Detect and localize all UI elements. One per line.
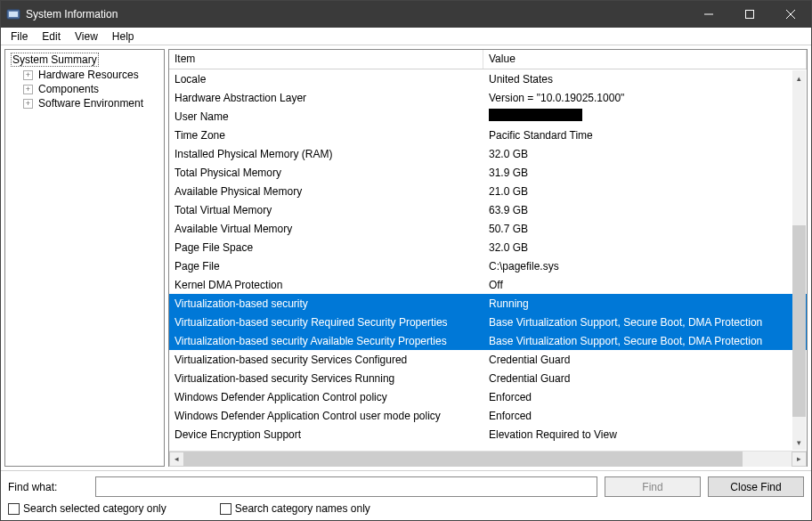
cell-value: 32.0 GB [483, 240, 807, 256]
tree-label: System Summary [11, 53, 99, 67]
table-row[interactable]: Virtualization-based security Services C… [169, 350, 807, 369]
table-row[interactable]: Total Virtual Memory63.9 GB [169, 200, 807, 219]
cell-item: Total Physical Memory [169, 165, 483, 181]
find-label: Find what: [8, 481, 88, 493]
window: System Information File Edit View Help S… [0, 0, 812, 521]
cell-value: Pacific Standard Time [483, 127, 807, 143]
redacted-value [489, 109, 582, 121]
cell-item: Virtualization-based security Services R… [169, 370, 483, 387]
table-row[interactable]: Installed Physical Memory (RAM)32.0 GB [169, 144, 807, 163]
cell-value: United States [483, 71, 807, 87]
cell-value: Credential Guard [483, 352, 807, 368]
cell-value: Enforced [483, 389, 807, 405]
menu-edit[interactable]: Edit [36, 29, 67, 44]
check-category-names[interactable]: Search category names only [220, 502, 370, 515]
menu-help[interactable]: Help [106, 29, 141, 44]
checkbox-icon[interactable] [220, 503, 231, 515]
tree-item-components[interactable]: + Components [5, 82, 164, 96]
window-title: System Information [26, 8, 118, 20]
cell-value: 50.7 GB [483, 221, 807, 237]
cell-value: Base Virtualization Support, Secure Boot… [483, 333, 807, 349]
maximize-button[interactable] [729, 1, 770, 28]
category-tree[interactable]: System Summary + Hardware Resources + Co… [4, 49, 165, 467]
find-button[interactable]: Find [605, 476, 701, 497]
table-row[interactable]: Virtualization-based security Required S… [169, 313, 807, 331]
details-body[interactable]: LocaleUnited StatesHardware Abstraction … [169, 69, 807, 451]
table-row[interactable]: Time ZonePacific Standard Time [169, 126, 807, 144]
scroll-track[interactable] [184, 452, 792, 467]
cell-value: 63.9 GB [483, 202, 807, 218]
cell-item: Virtualization-based security Services C… [169, 352, 483, 368]
titlebar: System Information [1, 1, 811, 28]
details-header: Item Value [169, 50, 807, 69]
table-row[interactable]: Virtualization-based security Available … [169, 331, 807, 350]
find-panel: Find what: Find Close Find Search select… [1, 471, 811, 520]
tree-item-hardware-resources[interactable]: + Hardware Resources [5, 68, 164, 82]
svg-rect-1 [9, 12, 18, 17]
table-row[interactable]: LocaleUnited States [169, 69, 807, 88]
tree-item-software-environment[interactable]: + Software Environment [5, 96, 164, 110]
cell-value: Elevation Required to View [483, 427, 807, 443]
cell-item: Available Physical Memory [169, 183, 483, 199]
table-row[interactable]: Virtualization-based security Services R… [169, 369, 807, 387]
tree-label: Components [37, 83, 101, 95]
menu-file[interactable]: File [4, 29, 34, 44]
cell-value: Off [483, 277, 807, 293]
column-header-item[interactable]: Item [169, 50, 483, 69]
cell-item: Locale [169, 71, 483, 87]
cell-item: Device Encryption Support [169, 427, 483, 443]
cell-value: 32.0 GB [483, 146, 807, 162]
svg-rect-3 [746, 11, 754, 19]
scroll-thumb[interactable] [184, 452, 743, 467]
table-row[interactable]: Hardware Abstraction LayerVersion = "10.… [169, 88, 807, 107]
table-row[interactable]: User Name [169, 107, 807, 126]
close-find-button[interactable]: Close Find [708, 476, 804, 497]
cell-item: Kernel DMA Protection [169, 277, 483, 293]
find-input[interactable] [95, 476, 597, 497]
cell-value [483, 107, 807, 126]
expand-icon[interactable]: + [23, 85, 33, 94]
scroll-right-icon[interactable]: ▸ [792, 452, 807, 467]
cell-item: Page File Space [169, 240, 483, 256]
tree-root-system-summary[interactable]: System Summary [5, 52, 164, 68]
column-header-value[interactable]: Value [483, 50, 807, 69]
tree-label: Hardware Resources [37, 69, 141, 81]
table-row[interactable]: Kernel DMA ProtectionOff [169, 275, 807, 294]
check-label: Search category names only [235, 502, 370, 515]
table-row[interactable]: Virtualization-based securityRunning [169, 294, 807, 313]
tree-label: Software Environment [37, 97, 145, 110]
close-button[interactable] [770, 1, 811, 28]
cell-item: User Name [169, 109, 483, 125]
cell-item: Total Virtual Memory [169, 202, 483, 218]
horizontal-scrollbar[interactable]: ◂ ▸ [169, 451, 807, 466]
cell-value: 21.0 GB [483, 183, 807, 199]
cell-item: Hardware Abstraction Layer [169, 90, 483, 106]
table-row[interactable]: Available Physical Memory21.0 GB [169, 182, 807, 200]
table-row[interactable]: Page FileC:\pagefile.sys [169, 256, 807, 275]
check-selected-category[interactable]: Search selected category only [8, 502, 166, 515]
cell-value: Base Virtualization Support, Secure Boot… [483, 314, 807, 330]
menu-view[interactable]: View [69, 29, 104, 44]
table-row[interactable]: Available Virtual Memory50.7 GB [169, 219, 807, 238]
table-row[interactable]: Windows Defender Application Control use… [169, 406, 807, 425]
cell-item: Windows Defender Application Control pol… [169, 389, 483, 405]
check-label: Search selected category only [23, 502, 166, 515]
cell-item: Windows Defender Application Control use… [169, 408, 483, 424]
scroll-left-icon[interactable]: ◂ [169, 452, 184, 467]
table-row[interactable]: Page File Space32.0 GB [169, 238, 807, 256]
expand-icon[interactable]: + [23, 70, 33, 80]
table-row[interactable]: Total Physical Memory31.9 GB [169, 163, 807, 182]
cell-value: C:\pagefile.sys [483, 258, 807, 274]
menubar: File Edit View Help [1, 28, 811, 45]
checkbox-icon[interactable] [8, 503, 20, 515]
app-icon [6, 7, 20, 21]
cell-value: Enforced [483, 408, 807, 424]
cell-value: Running [483, 296, 807, 312]
cell-value: Version = "10.0.19025.1000" [483, 90, 807, 106]
table-row[interactable]: Device Encryption SupportElevation Requi… [169, 425, 807, 444]
table-row[interactable]: Windows Defender Application Control pol… [169, 387, 807, 406]
cell-item: Virtualization-based security Available … [169, 333, 483, 349]
cell-item: Installed Physical Memory (RAM) [169, 146, 483, 162]
expand-icon[interactable]: + [23, 99, 33, 109]
minimize-button[interactable] [688, 1, 729, 28]
